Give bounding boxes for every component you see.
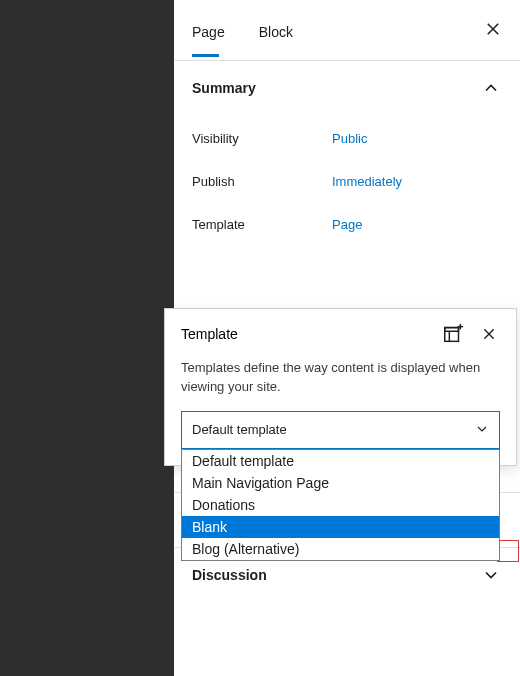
template-option[interactable]: Main Navigation Page [182, 472, 499, 494]
template-select[interactable]: Default template [181, 411, 500, 449]
chevron-up-icon [480, 77, 502, 99]
template-select-wrap: Default template Default template Main N… [165, 411, 516, 465]
highlight-outline-fragment [497, 540, 519, 562]
popover-header: Template [165, 309, 516, 353]
close-icon [484, 20, 502, 38]
popover-title: Template [181, 326, 238, 342]
chevron-down-icon [480, 564, 502, 586]
row-visibility: Visibility Public [192, 117, 502, 160]
template-option[interactable]: Blog (Alternative) [182, 538, 499, 560]
template-value[interactable]: Page [332, 217, 362, 232]
close-sidebar-button[interactable] [482, 18, 504, 40]
tab-page[interactable]: Page [192, 4, 239, 56]
summary-rows: Visibility Public Publish Immediately Te… [192, 117, 502, 246]
visibility-label: Visibility [192, 131, 332, 146]
close-popover-button[interactable] [478, 323, 500, 345]
template-option[interactable]: Blank [182, 516, 499, 538]
sidebar-tabs: Page Block [174, 0, 520, 60]
summary-toggle[interactable]: Summary [192, 77, 502, 99]
svg-rect-1 [445, 328, 459, 332]
template-option[interactable]: Default template [182, 450, 499, 472]
summary-title: Summary [192, 80, 256, 96]
publish-label: Publish [192, 174, 332, 189]
new-template-button[interactable] [442, 323, 464, 345]
template-popover: Template Templates defi [164, 308, 517, 466]
row-publish: Publish Immediately [192, 160, 502, 203]
svg-rect-0 [445, 328, 459, 342]
visibility-value[interactable]: Public [332, 131, 367, 146]
discussion-title: Discussion [192, 567, 267, 583]
row-template: Template Page [192, 203, 502, 246]
publish-value[interactable]: Immediately [332, 174, 402, 189]
popover-description: Templates define the way content is disp… [165, 353, 516, 411]
template-option[interactable]: Donations [182, 494, 499, 516]
template-select-value: Default template [192, 422, 287, 437]
add-template-icon [442, 323, 464, 345]
template-label: Template [192, 217, 332, 232]
summary-section: Summary Visibility Public Publish Immedi… [174, 60, 520, 262]
tab-block[interactable]: Block [259, 4, 307, 56]
editor-canvas-backdrop [0, 0, 174, 676]
popover-actions [442, 323, 500, 345]
template-dropdown: Default template Main Navigation Page Do… [181, 449, 500, 561]
discussion-toggle[interactable]: Discussion [192, 564, 502, 586]
close-icon [481, 326, 497, 342]
